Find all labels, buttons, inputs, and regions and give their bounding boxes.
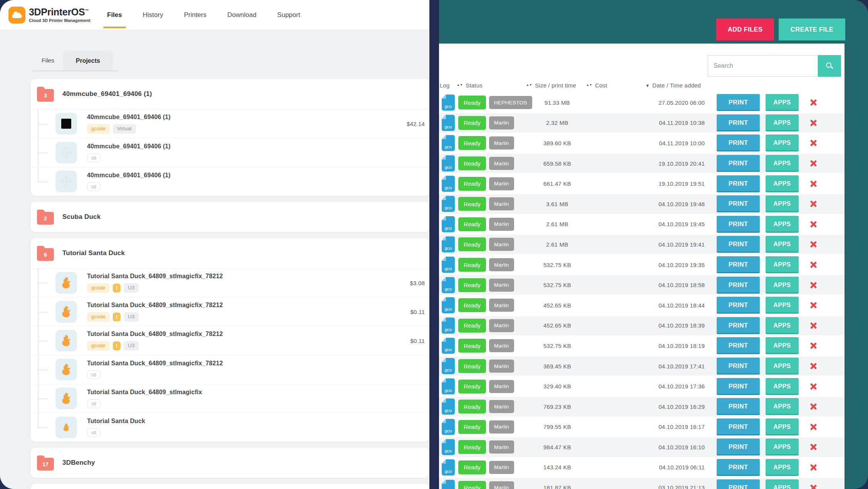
print-button[interactable]: PRINT [717,216,760,233]
nav-item-download[interactable]: Download [227,0,256,30]
print-button[interactable]: PRINT [717,358,760,375]
column-header-status[interactable]: ▲▼ Status [457,82,483,89]
table-row[interactable]: gcoReadyMarlin329.40 KB04.10.2019 17:36P… [439,376,845,397]
apps-button[interactable]: APPS [766,114,799,131]
apps-button[interactable]: APPS [766,479,799,489]
table-row[interactable]: gcoReadyMarlin3.61 MB04.10.2019 19:48PRI… [439,194,845,215]
tab-projects[interactable]: Projects [63,51,113,71]
table-row[interactable]: gcoReadyMarlin769.23 KB04.10.2019 16:29P… [439,397,845,417]
apps-button[interactable]: APPS [766,358,799,375]
print-button[interactable]: PRINT [717,479,760,489]
apps-button[interactable]: APPS [766,256,799,273]
apps-button[interactable]: APPS [766,297,799,314]
table-row[interactable]: gcoReadyMarlin181.87 KB03.10.2019 21:13P… [439,478,845,489]
delete-icon[interactable] [807,138,820,148]
table-row[interactable]: gcoReadyMarlin799.55 KB04.10.2019 16:17P… [439,417,845,438]
nav-item-printers[interactable]: Printers [184,0,207,30]
apps-button[interactable]: APPS [766,134,799,151]
apps-button[interactable]: APPS [766,195,799,212]
apps-button[interactable]: APPS [766,459,799,476]
print-button[interactable]: PRINT [717,337,760,354]
table-row[interactable]: gcoReadyMarlin143.24 KB04.10.2019 06:11P… [439,458,845,478]
print-button[interactable]: PRINT [717,297,760,314]
table-row[interactable]: gcoReadyHEPHESTOS91.33 MB27.05.2020 06:0… [439,93,845,113]
nav-item-files[interactable]: Files [107,0,122,30]
search-button[interactable] [818,55,841,77]
print-button[interactable]: PRINT [717,317,760,334]
apps-button[interactable]: APPS [766,418,799,435]
table-row[interactable]: gcoReadyMarlin369.45 KB04.10.2019 17:41P… [439,356,845,377]
print-button[interactable]: PRINT [717,175,760,192]
add-files-button[interactable]: ADD FILES [716,18,774,40]
file-item[interactable]: 40mmcube_69401_69406 (1)stl [31,167,429,196]
table-row[interactable]: gcoReadyMarlin532.75 KB04.10.2019 18:58P… [439,275,845,296]
apps-button[interactable]: APPS [766,277,799,294]
delete-icon[interactable] [807,442,820,452]
apps-button[interactable]: APPS [766,398,799,415]
file-item[interactable]: Tutorial Santa Duck_64809_stlmagicfix_78… [31,297,429,326]
nav-item-support[interactable]: Support [277,0,300,30]
delete-icon[interactable] [807,199,820,208]
print-button[interactable]: PRINT [717,236,760,253]
nav-item-history[interactable]: History [143,0,163,30]
column-header-log[interactable]: Log [440,82,450,89]
file-item[interactable]: Tutorial Santa Duckstl [31,413,429,442]
table-row[interactable]: gcoReadyMarlin452.65 KB04.10.2019 18:39P… [439,316,845,336]
column-header-date[interactable]: ▼ Date / Time added [645,82,701,89]
table-row[interactable]: gcoReadyMarlin984.47 KB04.10.2019 16:10P… [439,437,845,458]
tab-files[interactable]: Files [33,50,63,71]
print-button[interactable]: PRINT [717,155,760,172]
apps-button[interactable]: APPS [766,378,799,395]
delete-icon[interactable] [807,281,820,290]
apps-button[interactable]: APPS [766,155,799,172]
table-row[interactable]: gcoReadyMarlin532.75 KB04.10.2019 19:35P… [439,255,845,276]
delete-icon[interactable] [807,159,820,168]
delete-icon[interactable] [807,260,820,269]
delete-icon[interactable] [807,483,820,489]
apps-button[interactable]: APPS [766,216,799,233]
print-button[interactable]: PRINT [717,256,760,273]
table-row[interactable]: gcoReadyMarlin2.61 MB04.10.2019 19:45PRI… [439,215,845,235]
table-row[interactable]: gcoReadyMarlin2.32 MB04.11.2019 10:38PRI… [439,113,845,134]
file-item[interactable]: 40mmcube_69401_69406 (1)gcodeVirtual$42.… [31,109,429,138]
apps-button[interactable]: APPS [766,439,799,455]
table-row[interactable]: gcoReadyMarlin452.65 KB04.10.2019 18:44P… [439,296,845,316]
project-header[interactable] [31,484,429,489]
search-input[interactable] [708,55,818,77]
create-file-button[interactable]: CREATE FILE [779,18,845,40]
print-button[interactable]: PRINT [717,459,760,476]
table-row[interactable]: gcoReadyMarlin532.75 KB04.10.2019 18:19P… [439,336,845,356]
project-header[interactable]: 340mmcube_69401_69406 (1) [31,79,429,109]
delete-icon[interactable] [807,301,820,310]
column-header-cost[interactable]: ▲▼ Cost [586,82,607,89]
delete-icon[interactable] [807,402,820,411]
delete-icon[interactable] [807,98,820,107]
delete-icon[interactable] [807,179,820,188]
apps-button[interactable]: APPS [766,175,799,192]
file-item[interactable]: Tutorial Santa Duck_64809_stlmagicfix_78… [31,326,429,355]
file-item[interactable]: Tutorial Santa Duck_64809_stlmagicfix_78… [31,355,429,384]
delete-icon[interactable] [807,361,820,371]
column-header-size[interactable]: ▲▼ Size / print time [526,82,576,89]
project-header[interactable]: 6Tutorial Santa Duck [31,238,429,268]
delete-icon[interactable] [807,422,820,432]
delete-icon[interactable] [807,220,820,229]
table-row[interactable]: gcoReadyMarlin659.58 KB19.10.2019 20:41P… [439,154,845,174]
delete-icon[interactable] [807,463,820,472]
print-button[interactable]: PRINT [717,134,760,151]
print-button[interactable]: PRINT [717,378,760,395]
delete-icon[interactable] [807,382,820,391]
delete-icon[interactable] [807,240,820,249]
apps-button[interactable]: APPS [766,337,799,354]
file-item[interactable]: 40mmcube_69401_69406 (1)stl [31,138,429,167]
delete-icon[interactable] [807,118,820,128]
print-button[interactable]: PRINT [717,94,760,111]
file-item[interactable]: Tutorial Santa Duck_64809_stlmagicfix_78… [31,269,429,297]
print-button[interactable]: PRINT [717,418,760,435]
logo[interactable]: 3DPrinterOS™ Cloud 3D Printer Management [8,7,90,24]
delete-icon[interactable] [807,321,820,330]
table-row[interactable]: gcoReadyMarlin2.61 MB04.10.2019 19:41PRI… [439,235,845,255]
project-header[interactable]: 2Scuba Duck [31,202,429,232]
table-row[interactable]: gcoReadyMarlin661.47 KB19.10.2019 19:51P… [439,174,845,194]
project-header[interactable]: 173DBenchy [31,448,429,478]
